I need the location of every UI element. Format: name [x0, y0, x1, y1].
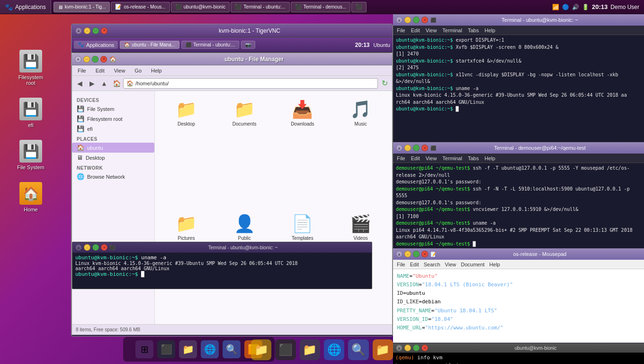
tb-arrow-btn[interactable]: ▲ [75, 244, 82, 251]
sidebar-item-desktop[interactable]: 🖥 Desktop [72, 153, 154, 163]
rt1-menu-edit[interactable]: Edit [411, 27, 420, 33]
tb-close-btn[interactable]: ✕ [101, 244, 107, 251]
desktop-icon-filesystem[interactable]: 💾 File System [5, 137, 57, 173]
rt2-arrow-btn[interactable]: ▲ [396, 145, 402, 151]
mp-min-btn[interactable]: – [404, 251, 411, 257]
bt-close-btn[interactable]: ✕ [421, 345, 428, 351]
sidebar-item-efi[interactable]: 💾 efi [72, 124, 154, 134]
mp-max-btn[interactable]: □ [413, 251, 420, 257]
fm-up-btn[interactable]: ▲ [98, 78, 110, 89]
fm-item-music[interactable]: 🎵 Music [334, 96, 387, 205]
mp-menu-search[interactable]: Search [424, 262, 440, 267]
fm-forward-btn[interactable]: ▶ [86, 78, 98, 89]
dock-item-search[interactable]: 🔍 [223, 340, 241, 358]
fm-arrow-btn[interactable]: ▲ [75, 56, 81, 63]
sidebar-item-filesystem[interactable]: 💾 File System [72, 104, 154, 114]
vnc-tab-terminal[interactable]: ⬛ Terminal - ubuntu:... [181, 41, 239, 49]
dock-item-grid[interactable]: ⊞ [135, 340, 153, 358]
fm-menu-go[interactable]: Go [133, 67, 143, 74]
dock2-item-folder[interactable]: 📁 [251, 339, 271, 360]
mp-menu-edit[interactable]: Edit [410, 262, 419, 267]
mp-menu-view[interactable]: View [445, 262, 456, 267]
vnc-tab-filemanager[interactable]: 🏠 ubuntu - File Mana... [120, 41, 179, 49]
rt2-max-btn[interactable]: □ [413, 145, 420, 151]
rt2-body[interactable]: demouser@pi64 ~/qemu-test$ ssh -f -T ubu… [393, 163, 644, 248]
rt2-menu-tabs[interactable]: Tabs [468, 155, 479, 161]
desktop-icon-home[interactable]: 🏠 Home [5, 180, 57, 215]
tb-min-btn[interactable]: – [84, 244, 90, 251]
fm-item-desktop[interactable]: 📁 Desktop [160, 96, 213, 205]
rt2-min-btn[interactable]: – [404, 145, 411, 151]
rt1-min-btn[interactable]: – [404, 17, 411, 23]
dock2-item-files[interactable]: 📁 [300, 339, 320, 360]
dock-item-files[interactable]: 📁 [179, 340, 197, 358]
vnc-tab-screenshot[interactable]: 📷 [241, 41, 255, 49]
bt-max-btn[interactable]: □ [413, 345, 420, 351]
mp-menu-help[interactable]: Help [489, 262, 500, 267]
fm-menu-edit[interactable]: Edit [94, 67, 107, 74]
fm-close-btn[interactable]: ✕ [100, 56, 107, 63]
bt-min-btn[interactable]: – [404, 345, 411, 351]
fm-minimize-btn[interactable]: – [83, 56, 90, 63]
mp-menu-file[interactable]: File [397, 262, 405, 267]
rt2-menu-edit[interactable]: Edit [411, 155, 420, 161]
mousepad-body[interactable]: NAME="Ubuntu" VERSION="18.04.1 LTS (Bion… [393, 269, 644, 343]
taskbar-btn-3[interactable]: ⬛ Terminal - ubuntu:... [231, 2, 289, 12]
vnc-minimize-btn[interactable]: – [84, 27, 90, 34]
dock-item-browser[interactable]: 🌐 [201, 340, 219, 358]
bt-body[interactable]: (qemu) info kvm kvm support: enabled (qe… [393, 353, 644, 364]
vnc-apps-menu[interactable]: 🐾 Applications [74, 41, 118, 49]
rt1-max-btn[interactable]: □ [413, 17, 420, 23]
fm-menu-view[interactable]: View [112, 67, 127, 74]
taskbar-btn-2[interactable]: ⬛ ubuntu@kvm-bionic [171, 2, 230, 12]
taskbar-btn-5[interactable]: ⬛ [351, 2, 367, 12]
taskbar-btn-1[interactable]: 📝 os-release - Mous... [111, 2, 170, 12]
rt1-menu-terminal[interactable]: Terminal [442, 27, 462, 33]
applications-menu[interactable]: 🐾 Applications [0, 0, 51, 14]
fm-reload-btn[interactable]: ↻ [379, 78, 390, 89]
sidebar-item-browse-network[interactable]: 🌐 Browse Network [72, 172, 154, 182]
dock2-item-terminal[interactable]: ⬛ [275, 339, 295, 360]
fm-menu-help[interactable]: Help [149, 67, 164, 74]
rt2-close-btn[interactable]: ✕ [421, 145, 428, 151]
taskbar-btn-0[interactable]: 🖥 kvm-bionic:1 - Tig... [54, 2, 110, 12]
fm-item-downloads[interactable]: 📥 Downloads [276, 96, 330, 205]
dock2-item-search[interactable]: 🔍 [348, 339, 368, 360]
vnc-close-btn[interactable]: ✕ [101, 27, 107, 34]
fm-item-documents[interactable]: 📁 Documents [218, 96, 271, 205]
rt1-menu-file[interactable]: File [397, 27, 405, 33]
dock-item-terminal[interactable]: ⬛ [157, 340, 175, 358]
terminal-bottom-body[interactable]: ubuntu@kvm-bionic:~$ uname -a Linux kvm-… [72, 253, 372, 289]
mp-arrow-btn[interactable]: ▲ [396, 251, 402, 257]
rt1-menu-view[interactable]: View [426, 27, 437, 33]
fm-address-bar[interactable]: 🏠 /home/ubuntu/ [123, 78, 378, 89]
rt1-menu-help[interactable]: Help [484, 27, 495, 33]
bt-arrow-btn[interactable]: ▲ [396, 345, 402, 351]
rt1-body[interactable]: ubuntu@kvm-bionic:~$ export DISPLAY=:1 u… [393, 35, 644, 142]
rt1-menu-tabs[interactable]: Tabs [468, 27, 479, 33]
rt1-arrow-btn[interactable]: ▲ [396, 17, 402, 23]
dock2-item-globe[interactable]: 🌐 [324, 339, 344, 360]
rt1-close-btn[interactable]: ✕ [421, 17, 428, 23]
fm-back-btn[interactable]: ◀ [74, 78, 85, 89]
rt2-menu-help[interactable]: Help [484, 155, 495, 161]
vnc-maximize-btn[interactable]: □ [92, 27, 99, 34]
rt2-menu-terminal[interactable]: Terminal [442, 155, 462, 161]
rt2-title: Terminal - demouser@pi64:~/qemu-test [438, 145, 641, 151]
vnc-arrow-up-btn[interactable]: ▲ [75, 27, 82, 34]
rt2-menu-view[interactable]: View [426, 155, 437, 161]
mp-close-btn[interactable]: ✕ [421, 251, 428, 257]
fm-home-btn[interactable]: 🏠 [111, 78, 122, 89]
dock2-item-orange[interactable]: 📁 [373, 339, 393, 360]
rt2-menu-file[interactable]: File [397, 155, 405, 161]
taskbar-btn-4[interactable]: ⬛ Terminal - demous... [291, 2, 351, 12]
tb-max-btn[interactable]: □ [92, 244, 99, 251]
desktop-icon-efi[interactable]: 💾 efi [5, 95, 57, 130]
sidebar-item-ubuntu[interactable]: 🏠 ubuntu [72, 143, 154, 153]
mp-menu-document[interactable]: Document [461, 262, 484, 267]
fm-menu-file[interactable]: File [76, 67, 88, 74]
fm-maximize-btn[interactable]: □ [92, 56, 98, 63]
rt2-prompt-1: demouser@pi64 ~/qemu-test$ [396, 165, 470, 171]
desktop-icon-filesystem-root[interactable]: 💾 Filesystemroot [5, 47, 57, 88]
sidebar-item-filesystem-root[interactable]: 💾 Filesystem root [72, 114, 154, 124]
